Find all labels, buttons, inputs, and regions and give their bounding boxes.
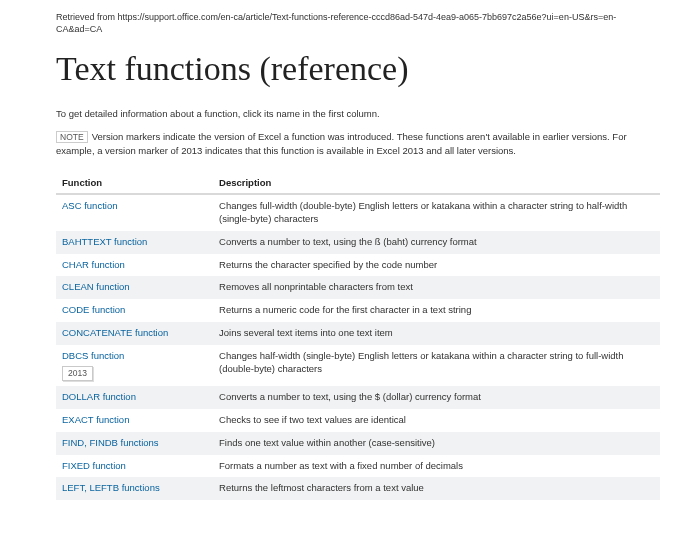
table-row: FIND, FINDB functionsFinds one text valu… [56, 432, 660, 455]
description-cell: Returns a numeric code for the first cha… [213, 299, 660, 322]
description-cell: Finds one text value within another (cas… [213, 432, 660, 455]
description-cell: Returns the leftmost characters from a t… [213, 477, 660, 500]
function-link[interactable]: FIND, FINDB functions [62, 437, 159, 448]
function-link[interactable]: CODE function [62, 304, 125, 315]
description-cell: Formats a number as text with a fixed nu… [213, 455, 660, 478]
function-link[interactable]: BAHTTEXT function [62, 236, 147, 247]
table-row: FIXED functionFormats a number as text w… [56, 455, 660, 478]
table-row: EXACT functionChecks to see if two text … [56, 409, 660, 432]
table-row: ASC functionChanges full-width (double-b… [56, 194, 660, 231]
description-cell: Converts a number to text, using the ß (… [213, 231, 660, 254]
function-cell: CHAR function [56, 254, 213, 277]
table-row: DOLLAR functionConverts a number to text… [56, 386, 660, 409]
function-link[interactable]: ASC function [62, 200, 117, 211]
description-cell: Changes half-width (single-byte) English… [213, 345, 660, 386]
function-cell: LEFT, LEFTB functions [56, 477, 213, 500]
function-cell: DOLLAR function [56, 386, 213, 409]
function-cell: EXACT function [56, 409, 213, 432]
function-cell: BAHTTEXT function [56, 231, 213, 254]
function-link[interactable]: DOLLAR function [62, 391, 136, 402]
function-cell: CODE function [56, 299, 213, 322]
function-cell: ASC function [56, 194, 213, 231]
table-row: LEFT, LEFTB functionsReturns the leftmos… [56, 477, 660, 500]
function-link[interactable]: DBCS function [62, 350, 124, 361]
description-cell: Changes full-width (double-byte) English… [213, 194, 660, 231]
function-link[interactable]: LEFT, LEFTB functions [62, 482, 160, 493]
description-cell: Converts a number to text, using the $ (… [213, 386, 660, 409]
function-link[interactable]: CLEAN function [62, 281, 130, 292]
function-cell: FIXED function [56, 455, 213, 478]
function-cell: FIND, FINDB functions [56, 432, 213, 455]
page-title: Text functions (reference) [56, 45, 660, 93]
col-header-description: Description [213, 172, 660, 194]
table-row: CLEAN functionRemoves all nonprintable c… [56, 276, 660, 299]
function-link[interactable]: FIXED function [62, 460, 126, 471]
description-cell: Checks to see if two text values are ide… [213, 409, 660, 432]
functions-table: Function Description ASC functionChanges… [56, 172, 660, 500]
table-row: CODE functionReturns a numeric code for … [56, 299, 660, 322]
description-cell: Removes all nonprintable characters from… [213, 276, 660, 299]
function-cell: DBCS function2013 [56, 345, 213, 386]
function-link[interactable]: CONCATENATE function [62, 327, 168, 338]
version-marker: 2013 [62, 366, 93, 381]
note-text: Version markers indicate the version of … [56, 131, 627, 156]
retrieved-line: Retrieved from https://support.office.co… [56, 12, 660, 35]
intro-text: To get detailed information about a func… [56, 107, 660, 120]
function-link[interactable]: CHAR function [62, 259, 125, 270]
table-row: CONCATENATE functionJoins several text i… [56, 322, 660, 345]
col-header-function: Function [56, 172, 213, 194]
description-cell: Joins several text items into one text i… [213, 322, 660, 345]
function-cell: CLEAN function [56, 276, 213, 299]
description-cell: Returns the character specified by the c… [213, 254, 660, 277]
table-row: CHAR functionReturns the character speci… [56, 254, 660, 277]
note-label: NOTE [56, 131, 88, 143]
function-link[interactable]: EXACT function [62, 414, 129, 425]
note-block: NOTEVersion markers indicate the version… [56, 130, 660, 158]
table-row: BAHTTEXT functionConverts a number to te… [56, 231, 660, 254]
function-cell: CONCATENATE function [56, 322, 213, 345]
table-row: DBCS function2013Changes half-width (sin… [56, 345, 660, 386]
